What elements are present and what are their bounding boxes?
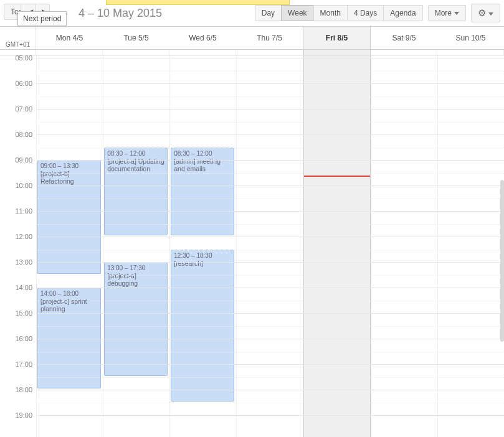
settings-button[interactable]: ⚙	[471, 4, 500, 22]
hour-label: 18:00	[15, 386, 32, 393]
event-title: [research]	[174, 260, 231, 267]
view-month-button[interactable]: Month	[313, 5, 348, 21]
calendar-event[interactable]: 09:00 – 13:30[project-b] Refactoring	[37, 160, 101, 274]
scrollbar[interactable]	[500, 180, 504, 342]
day-column[interactable]: 08:30 – 12:00[admin] meeting and emails1…	[169, 55, 236, 437]
calendar-event[interactable]: 14:00 – 18:00[project-c] sprint planning	[37, 288, 101, 388]
hour-label: 14:00	[15, 284, 32, 291]
hour-label: 05:00	[15, 55, 32, 62]
calendar-grid[interactable]: 05:0006:0007:0008:0009:0010:0011:0012:00…	[0, 55, 504, 437]
day-header-row: GMT+01 Mon 4/5Tue 5/5Wed 6/5Thu 7/5Fri 8…	[0, 26, 504, 50]
view-agenda-button[interactable]: Agenda	[383, 5, 422, 21]
allday-cell[interactable]	[169, 50, 236, 55]
hour-label: 19:00	[15, 411, 32, 419]
hour-label: 11:00	[15, 207, 32, 215]
allday-row	[0, 50, 504, 55]
day-header[interactable]: Thu 7/5	[236, 27, 303, 49]
allday-cell[interactable]	[303, 50, 371, 55]
hour-label: 15:00	[15, 309, 32, 317]
next-period-tooltip: Next period	[17, 11, 67, 26]
day-column[interactable]: 09:00 – 13:30[project-b] Refactoring14:0…	[36, 55, 103, 437]
day-column[interactable]: 08:30 – 12:00[project-a] Updating docume…	[103, 55, 169, 437]
toolbar: Today ◀ ▶ Next period 4 – 10 May 2015 Da…	[0, 0, 504, 26]
allday-cell[interactable]	[103, 50, 169, 55]
event-time: 09:00 – 13:30	[40, 162, 98, 169]
day-header[interactable]: Wed 6/5	[169, 27, 236, 49]
view-switch: DayWeekMonth4 DaysAgenda	[255, 5, 423, 21]
hour-label: 07:00	[15, 105, 32, 113]
caret-down-icon	[454, 12, 459, 15]
event-time: 14:00 – 18:00	[40, 290, 98, 297]
hour-label: 12:00	[15, 233, 32, 240]
day-header[interactable]: Mon 4/5	[36, 27, 103, 49]
calendar-event[interactable]: 12:30 – 18:30[research]	[171, 250, 234, 402]
timezone-label: GMT+01	[0, 27, 36, 49]
hour-label: 09:00	[15, 156, 32, 164]
hour-label: 17:00	[15, 360, 32, 368]
gear-icon: ⚙	[478, 7, 486, 18]
day-column[interactable]	[437, 55, 504, 437]
day-column[interactable]	[371, 55, 437, 437]
day-header[interactable]: Sun 10/5	[437, 27, 504, 49]
view-week-button[interactable]: Week	[281, 5, 313, 21]
now-indicator	[304, 176, 370, 177]
notification-banner	[106, 0, 290, 5]
hour-label: 16:00	[15, 335, 32, 342]
time-gutter: 05:0006:0007:0008:0009:0010:0011:0012:00…	[0, 55, 36, 437]
day-header[interactable]: Sat 9/5	[371, 27, 437, 49]
day-column[interactable]	[303, 55, 371, 437]
hour-label: 13:00	[15, 258, 32, 266]
hour-label: 06:00	[15, 80, 32, 87]
date-range: 4 – 10 May 2015	[78, 7, 162, 20]
more-menu-button[interactable]: More	[428, 5, 466, 21]
caret-down-icon	[488, 12, 493, 16]
hour-label: 10:00	[15, 182, 32, 189]
hour-label: 08:00	[15, 131, 32, 138]
event-time: 08:30 – 12:00	[107, 150, 164, 157]
day-header[interactable]: Tue 5/5	[103, 27, 169, 49]
event-time: 12:30 – 18:30	[174, 252, 231, 259]
allday-cell[interactable]	[36, 50, 103, 55]
event-time: 13:00 – 17:30	[107, 265, 164, 271]
view-4days-button[interactable]: 4 Days	[347, 5, 384, 21]
allday-cell[interactable]	[371, 50, 437, 55]
day-header[interactable]: Fri 8/5	[303, 27, 371, 49]
calendar-event[interactable]: 13:00 – 17:30[project-a] debugging	[104, 262, 168, 376]
view-day-button[interactable]: Day	[255, 5, 282, 21]
allday-cell[interactable]	[236, 50, 303, 55]
allday-cell[interactable]	[437, 50, 504, 55]
day-column[interactable]	[236, 55, 303, 437]
more-label: More	[435, 9, 452, 17]
event-time: 08:30 – 12:00	[174, 150, 231, 157]
